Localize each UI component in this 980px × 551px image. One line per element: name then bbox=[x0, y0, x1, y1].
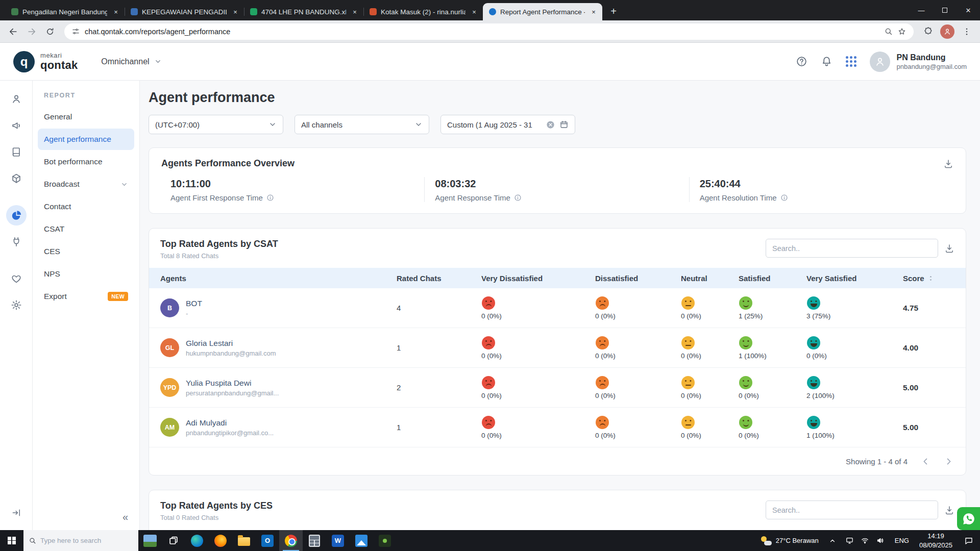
ces-search-input[interactable] bbox=[772, 506, 932, 514]
action-center-icon[interactable] bbox=[958, 536, 980, 545]
sidebar-item-ces[interactable]: CES bbox=[38, 241, 134, 262]
back-button[interactable] bbox=[5, 23, 21, 40]
edge-icon[interactable] bbox=[185, 530, 209, 551]
rail-reports-pie-icon[interactable] bbox=[6, 205, 27, 226]
sidebar-item-export[interactable]: Export NEW bbox=[38, 286, 134, 307]
tab-close-icon[interactable]: × bbox=[470, 7, 479, 16]
rail-expand-icon[interactable] bbox=[6, 503, 27, 523]
rail-broadcast-icon[interactable] bbox=[6, 115, 27, 136]
hidden-icons-chevron[interactable] bbox=[825, 537, 840, 544]
browser-profile-avatar[interactable] bbox=[940, 24, 954, 39]
timezone-select[interactable]: (UTC+07:00) bbox=[149, 115, 283, 134]
notifications-bell-icon[interactable] bbox=[821, 56, 832, 67]
sidebar-item-nps[interactable]: NPS bbox=[38, 263, 134, 285]
calendar-icon[interactable] bbox=[559, 120, 569, 129]
bookmark-star-icon[interactable] bbox=[897, 27, 906, 36]
tab-close-icon[interactable]: × bbox=[111, 7, 120, 16]
photos-icon[interactable] bbox=[350, 530, 373, 551]
tab-close-icon[interactable]: × bbox=[589, 7, 598, 16]
window-minimize-button[interactable]: — bbox=[910, 0, 933, 20]
window-close-button[interactable]: ✕ bbox=[957, 0, 980, 20]
sidebar-item-general[interactable]: General bbox=[38, 106, 134, 128]
taskbar-clock[interactable]: 14:19 08/09/2025 bbox=[914, 532, 958, 549]
browser-tab-1[interactable]: Pengadilan Negeri Bandung × bbox=[5, 3, 125, 20]
taskbar-weather[interactable]: 27°C Berawan bbox=[754, 536, 825, 545]
file-explorer-icon[interactable] bbox=[232, 530, 256, 551]
sidebar-item-csat[interactable]: CSAT bbox=[38, 218, 134, 240]
browser-tab-4[interactable]: Kotak Masuk (2) - rina.nurlianti... × bbox=[363, 3, 483, 20]
word-icon[interactable]: W bbox=[326, 530, 350, 551]
whatsapp-fab[interactable] bbox=[957, 507, 980, 530]
clear-date-icon[interactable] bbox=[546, 120, 555, 130]
help-icon[interactable] bbox=[796, 56, 807, 67]
score-value: 5.00 bbox=[903, 383, 954, 392]
start-button[interactable] bbox=[0, 530, 23, 551]
table-row[interactable]: B BOT - 4 0 (0%) 0 (0%) 0 (0%) 1 (25%) 3… bbox=[149, 288, 966, 328]
rail-favorites-heart-icon[interactable] bbox=[6, 268, 27, 289]
volume-tray-icon[interactable] bbox=[876, 536, 885, 545]
table-row[interactable]: GL Gloria Lestari hukumpnbandung@gmail.c… bbox=[149, 328, 966, 368]
outlook-icon[interactable]: O bbox=[256, 530, 279, 551]
csat-search-box[interactable] bbox=[766, 239, 938, 258]
agent-name[interactable]: Gloria Lestari bbox=[186, 339, 276, 348]
sidebar-collapse-button[interactable]: « bbox=[38, 511, 134, 523]
tab-close-icon[interactable]: × bbox=[350, 7, 359, 16]
download-icon[interactable] bbox=[943, 159, 953, 169]
address-bar[interactable]: chat.qontak.com/reports/agent_performanc… bbox=[64, 23, 914, 40]
reload-button[interactable] bbox=[42, 23, 58, 40]
forward-button[interactable] bbox=[23, 23, 40, 40]
url-text[interactable]: chat.qontak.com/reports/agent_performanc… bbox=[85, 28, 879, 36]
chevron-right-icon[interactable] bbox=[944, 457, 953, 466]
table-row[interactable]: YPD Yulia Puspita Dewi persuratanpnbandu… bbox=[149, 368, 966, 408]
info-icon[interactable] bbox=[514, 194, 522, 202]
agent-name[interactable]: Yulia Puspita Dewi bbox=[186, 379, 279, 388]
sidebar-item-agent-performance[interactable]: Agent performance bbox=[38, 129, 134, 150]
sort-icon[interactable] bbox=[927, 275, 934, 282]
taskbar-search[interactable] bbox=[23, 530, 138, 551]
workspace-selector[interactable]: Omnichannel bbox=[101, 57, 161, 66]
window-maximize-button[interactable] bbox=[933, 0, 957, 20]
agent-name[interactable]: Adi Mulyadi bbox=[186, 418, 274, 428]
channel-select[interactable]: All channels bbox=[295, 115, 429, 134]
monitor-tray-icon[interactable] bbox=[845, 536, 854, 545]
user-menu[interactable]: PN Bandung pnbandung@gmail.com bbox=[870, 52, 967, 72]
browser-tab-2[interactable]: KEPEGAWAIAN PENGADILAN N... × bbox=[125, 3, 244, 20]
agent-name[interactable]: BOT bbox=[186, 299, 202, 308]
site-settings-icon[interactable] bbox=[71, 27, 80, 36]
download-icon[interactable] bbox=[944, 505, 954, 515]
browser-tab-3[interactable]: 4704 LHE PN BANDUNG.xlsx - × bbox=[244, 3, 363, 20]
extensions-puzzle-icon[interactable] bbox=[920, 23, 936, 40]
rail-settings-gear-icon[interactable] bbox=[6, 295, 27, 315]
task-view-icon[interactable] bbox=[162, 530, 185, 551]
taskbar-search-input[interactable] bbox=[40, 537, 133, 544]
chrome-icon[interactable] bbox=[279, 530, 303, 551]
taskbar-app-icon[interactable] bbox=[373, 530, 397, 551]
wifi-tray-icon[interactable] bbox=[861, 536, 869, 545]
download-icon[interactable] bbox=[944, 243, 954, 254]
apps-grid-icon[interactable] bbox=[846, 56, 856, 67]
new-tab-button[interactable]: + bbox=[606, 4, 621, 18]
table-row[interactable]: AM Adi Mulyadi pnbandungtipikor@gmail.co… bbox=[149, 408, 966, 447]
qontak-logo[interactable]: q mekari qontak bbox=[13, 51, 78, 72]
rail-inbox-icon[interactable] bbox=[6, 89, 27, 109]
rail-apps-plug-icon[interactable] bbox=[6, 232, 27, 252]
calculator-icon[interactable] bbox=[303, 530, 326, 551]
firefox-icon[interactable] bbox=[209, 530, 232, 551]
csat-search-input[interactable] bbox=[772, 244, 932, 253]
rail-integrations-icon[interactable] bbox=[6, 168, 27, 189]
zoom-icon[interactable] bbox=[884, 27, 893, 36]
browser-tab-active[interactable]: Report Agent Performance - Q... × bbox=[483, 3, 602, 20]
info-icon[interactable] bbox=[266, 194, 274, 202]
sidebar-item-bot-performance[interactable]: Bot performance bbox=[38, 151, 134, 172]
browser-menu-kebab-icon[interactable] bbox=[959, 23, 975, 40]
sidebar-item-broadcast[interactable]: Broadcast bbox=[38, 173, 134, 195]
rail-contacts-icon[interactable] bbox=[6, 142, 27, 162]
tab-close-icon[interactable]: × bbox=[231, 7, 240, 16]
sidebar-item-contact[interactable]: Contact bbox=[38, 196, 134, 217]
taskbar-pinned-app-icon[interactable] bbox=[138, 530, 162, 551]
ces-search-box[interactable] bbox=[766, 500, 938, 519]
date-range-picker[interactable]: Custom (1 Aug 2025 - 31 bbox=[440, 115, 575, 134]
info-icon[interactable] bbox=[780, 194, 788, 202]
chevron-left-icon[interactable] bbox=[921, 457, 930, 466]
language-indicator[interactable]: ENG bbox=[890, 537, 914, 544]
